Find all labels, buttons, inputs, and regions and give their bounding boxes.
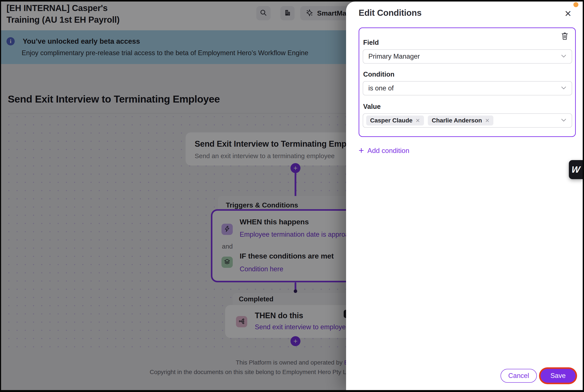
value-chip: Charlie Anderson ✕ — [428, 116, 493, 126]
w-widget-tab[interactable]: W — [569, 160, 583, 179]
edit-conditions-drawer: Edit Conditions ✕ Field Primary Manager — [346, 2, 583, 390]
chip-label: Charlie Anderson — [432, 117, 482, 124]
plus-icon: + — [359, 146, 364, 155]
value-label: Value — [363, 103, 381, 110]
condition-select[interactable]: is one of — [363, 81, 572, 96]
field-select[interactable]: Primary Manager — [363, 49, 572, 64]
w-logo: W — [571, 164, 581, 175]
condition-select-value: is one of — [368, 84, 394, 92]
chip-remove-icon[interactable]: ✕ — [416, 118, 420, 123]
value-chip: Casper Claude ✕ — [366, 116, 424, 126]
recording-dot — [574, 2, 578, 7]
add-condition-button[interactable]: + Add condition — [359, 146, 409, 155]
condition-group-box: Field Primary Manager Condition is one o… — [359, 28, 576, 137]
add-condition-label: Add condition — [368, 147, 409, 155]
condition-label: Condition — [363, 70, 395, 78]
chevron-down-icon — [561, 86, 567, 90]
chip-label: Casper Claude — [370, 117, 413, 124]
cancel-button[interactable]: Cancel — [501, 369, 537, 383]
drawer-title: Edit Conditions — [359, 8, 422, 18]
trash-icon — [561, 32, 569, 41]
value-multiselect[interactable]: Casper Claude ✕ Charlie Anderson ✕ — [363, 113, 572, 128]
delete-condition-button[interactable] — [561, 32, 569, 41]
close-button[interactable]: ✕ — [562, 7, 575, 20]
close-icon: ✕ — [564, 9, 572, 18]
save-button[interactable]: Save — [541, 369, 576, 383]
field-label: Field — [363, 39, 379, 46]
chip-remove-icon[interactable]: ✕ — [485, 118, 490, 123]
chevron-down-icon — [561, 54, 567, 59]
chevron-down-icon — [561, 118, 567, 123]
field-select-value: Primary Manager — [368, 52, 420, 60]
